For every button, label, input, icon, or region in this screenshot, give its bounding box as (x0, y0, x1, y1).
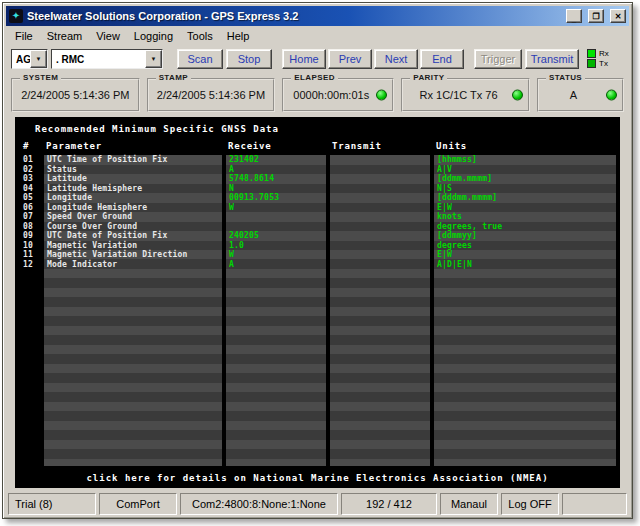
tx-indicator (587, 59, 596, 68)
prev-button[interactable]: Prev (328, 49, 372, 69)
parity-value: Rx 1C/1C Tx 76 (420, 89, 512, 101)
app-icon: ✦ (9, 9, 23, 23)
cell-receive: W (229, 250, 234, 260)
parity-panel-label: PARITY (410, 73, 447, 82)
home-button[interactable]: Home (282, 49, 326, 69)
header-receive: Receive (228, 141, 272, 151)
stamp-time: 2/24/2005 5:14:36 PM (157, 89, 265, 101)
cell-parameter: Longitude Hemisphere (47, 203, 147, 213)
table-row: 08 Course Over Ground degrees, true (15, 222, 620, 232)
chevron-down-icon: ▼ (36, 56, 42, 62)
table-row: 07 Speed Over Ground knots (15, 212, 620, 222)
table-row: 03 Latitude 5748.8614 [ddmm.mmmm] (15, 174, 620, 184)
cell-parameter: Status (47, 165, 77, 175)
cell-receive: A (229, 260, 234, 270)
gnss-title: Recommended Minimum Specific GNSS Data (35, 124, 279, 134)
cell-receive: W (229, 203, 234, 213)
cell-receive: A (229, 165, 234, 175)
sentence-combo-dropdown[interactable]: ▼ (145, 50, 162, 68)
table-row: 11 Magnetic Variation Direction W E|W (15, 250, 620, 260)
status-panel: STATUS A (537, 78, 624, 112)
nmea-details-link[interactable]: click here for details on National Marin… (15, 473, 620, 483)
status-led (606, 90, 617, 101)
cell-units: A|D|E|N (437, 260, 472, 270)
end-button[interactable]: End (420, 49, 464, 69)
transmit-button[interactable]: Transmit (525, 49, 579, 69)
table-row: 01 UTC Time of Position Fix 231402 [hhmm… (15, 155, 620, 165)
cell-receive: 1.0 (229, 241, 244, 251)
cell-number: 10 (23, 241, 33, 251)
statusbar-comport: ComPort (99, 493, 177, 515)
table-row: 02 Status A A|V (15, 165, 620, 175)
menu-item-tools[interactable]: Tools (180, 28, 220, 44)
cell-number: 09 (23, 231, 33, 241)
cell-parameter: Course Over Ground (47, 222, 137, 232)
status-panel-label: STATUS (546, 73, 585, 82)
scan-button[interactable]: Scan (177, 49, 223, 69)
menu-item-logging[interactable]: Logging (127, 28, 180, 44)
elapsed-value: 0000h:00m:01s (293, 89, 383, 101)
table-row: 12 Mode Indicator A A|D|E|N (15, 260, 620, 270)
cell-units: [ddmmyy] (437, 231, 477, 241)
cell-units: degrees (437, 241, 472, 251)
rx-label: Rx (599, 50, 609, 58)
menu-item-stream[interactable]: Stream (40, 28, 89, 44)
minimize-icon: _ (572, 15, 576, 24)
cell-parameter: Magnetic Variation (47, 241, 137, 251)
cell-number: 03 (23, 174, 33, 184)
cell-number: 08 (23, 222, 33, 232)
cell-units: [hhmmss] (437, 155, 477, 165)
statusbar-log-state: Log OFF (501, 493, 559, 515)
table-rows: 01 UTC Time of Position Fix 231402 [hhmm… (15, 155, 620, 269)
menu-item-file[interactable]: File (8, 28, 40, 44)
cell-number: 05 (23, 193, 33, 203)
cell-parameter: Magnetic Variation Direction (47, 250, 187, 260)
cell-number: 11 (23, 250, 33, 260)
channel-combo-dropdown[interactable]: ▼ (30, 50, 47, 68)
parity-led (512, 90, 523, 101)
cell-units: E|W (437, 203, 452, 213)
cell-units: knots (437, 212, 462, 222)
header-units: Units (436, 141, 467, 151)
next-button[interactable]: Next (374, 49, 418, 69)
table-row: 04 Latitude Hemisphere N N|S (15, 184, 620, 194)
menu-item-help[interactable]: Help (220, 28, 257, 44)
title-bar[interactable]: ✦ Steelwater Solutions Corporation - GPS… (6, 6, 629, 26)
menu-item-view[interactable]: View (89, 28, 127, 44)
cell-receive: 231402 (229, 155, 259, 165)
cell-receive: 240205 (229, 231, 259, 241)
chevron-down-icon: ▼ (151, 56, 157, 62)
window-title: Steelwater Solutions Corporation - GPS E… (27, 10, 560, 22)
stamp-panel: STAMP 2/24/2005 5:14:36 PM (147, 78, 276, 112)
statusbar-manual-mode: Manaul (440, 493, 498, 515)
table-row: 05 Longitude 00913.7053 [dddmm.mmmm] (15, 193, 620, 203)
elapsed-panel: ELAPSED 0000h:00m:01s (282, 78, 394, 112)
elapsed-led (376, 90, 387, 101)
close-icon: ✕ (615, 12, 622, 21)
sentence-combo[interactable]: . RMC ▼ (51, 49, 163, 69)
cell-number: 07 (23, 212, 33, 222)
trigger-button: Trigger (474, 49, 522, 69)
minimize-button[interactable]: _ (566, 9, 582, 23)
gnss-data-area: Recommended Minimum Specific GNSS Data #… (15, 117, 620, 488)
cell-parameter: Mode Indicator (47, 260, 117, 270)
system-panel: SYSTEM 2/24/2005 5:14:36 PM (11, 78, 140, 112)
statusbar-com-settings: Com2:4800:8:None:1:None (180, 493, 338, 515)
maximize-button[interactable]: ❐ (588, 9, 604, 23)
statusbar-trial: Trial (8) (8, 493, 96, 515)
menu-bar: File Stream View Logging Tools Help (6, 26, 629, 45)
cell-parameter: Latitude (47, 174, 87, 184)
header-parameter: Parameter (46, 141, 102, 151)
cell-number: 04 (23, 184, 33, 194)
statusbar-filler (562, 493, 627, 515)
channel-combo[interactable]: AG ▼ (11, 49, 48, 69)
cell-parameter: Longitude (47, 193, 92, 203)
close-button[interactable]: ✕ (610, 9, 626, 23)
table-row: 10 Magnetic Variation 1.0 degrees (15, 241, 620, 251)
cell-receive: 5748.8614 (229, 174, 274, 184)
cell-units: A|V (437, 165, 452, 175)
stop-button[interactable]: Stop (226, 49, 272, 69)
channel-combo-value: AG (12, 50, 30, 68)
cell-units: degrees, true (437, 222, 502, 232)
cell-parameter: UTC Date of Position Fix (47, 231, 167, 241)
